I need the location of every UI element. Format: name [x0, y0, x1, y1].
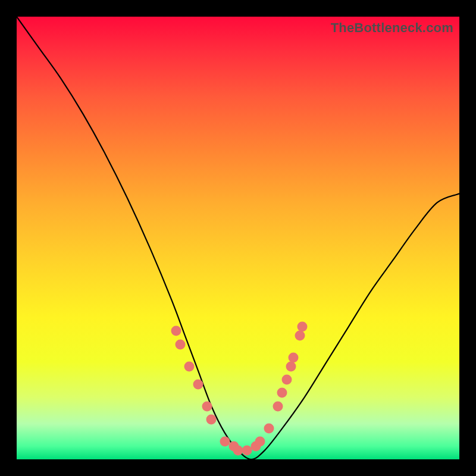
data-point-marker	[255, 437, 265, 447]
data-point-marker	[184, 361, 195, 371]
chart-frame: TheBottleneck.com	[0, 0, 476, 476]
data-point-marker	[193, 379, 203, 389]
data-point-marker	[273, 401, 283, 411]
data-point-marker	[206, 415, 217, 425]
data-point-marker	[297, 321, 307, 331]
bottleneck-curve-path	[17, 17, 459, 459]
data-point-marker	[295, 330, 305, 340]
data-point-marker	[264, 423, 274, 433]
data-point-marker	[286, 361, 296, 371]
data-point-marker	[289, 352, 299, 362]
plot-area: TheBottleneck.com	[17, 17, 459, 459]
data-point-marker	[202, 401, 212, 411]
data-point-marker	[281, 375, 292, 385]
data-point-marker	[171, 326, 181, 336]
curve-layer	[17, 17, 459, 459]
data-point-marker	[277, 388, 287, 398]
data-point-marker	[176, 339, 186, 349]
